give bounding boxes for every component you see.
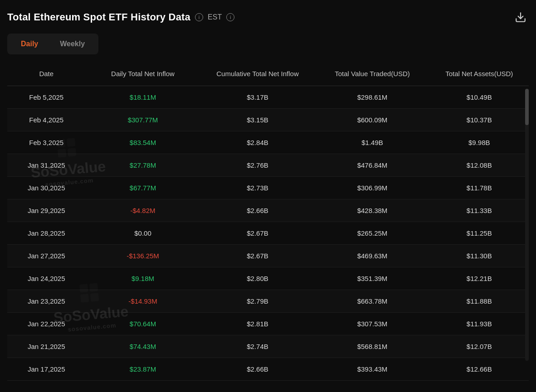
table-row: Jan 28,2025$0.00$2.67B$265.25M$11.25B <box>7 222 529 245</box>
cell-assets: $12.21B <box>430 267 529 290</box>
cell-date: Jan 30,2025 <box>7 177 86 199</box>
table-row: Feb 3,2025$83.54M$2.84B$1.49B$9.98B <box>7 131 529 154</box>
cell-assets: $10.37B <box>430 109 529 131</box>
cell-assets: $12.07B <box>430 335 529 358</box>
cell-date: Feb 5,2025 <box>7 86 86 109</box>
cell-daily-inflow: $27.78M <box>86 154 200 177</box>
cell-daily-inflow: -$136.25M <box>86 245 200 267</box>
table-row: Jan 24,2025$9.18M$2.80B$351.39M$12.21B <box>7 267 529 290</box>
cell-date: Jan 17,2025 <box>7 358 86 381</box>
main-container: Total Ethereum Spot ETF History Data i E… <box>0 0 536 390</box>
cell-traded: $568.81M <box>315 335 430 358</box>
col-header-daily: Daily Total Net Inflow <box>86 62 200 86</box>
cell-daily-inflow: $83.54M <box>86 131 200 154</box>
cell-date: Jan 29,2025 <box>7 199 86 222</box>
table-row: Jan 17,2025$23.87M$2.66B$393.43M$12.66B <box>7 358 529 381</box>
title-info-icon[interactable]: i <box>195 13 203 21</box>
cell-daily-inflow: $67.77M <box>86 177 200 199</box>
cell-date: Feb 4,2025 <box>7 109 86 131</box>
table-row: Jan 23,2025-$14.93M$2.79B$663.78M$11.88B <box>7 290 529 313</box>
table-body: Feb 5,2025$18.11M$3.17B$298.61M$10.49BFe… <box>7 86 529 381</box>
scrollbar[interactable] <box>525 89 529 361</box>
cell-traded: $307.53M <box>315 313 430 335</box>
cell-cumulative: $3.15B <box>200 109 315 131</box>
download-button[interactable] <box>512 9 529 25</box>
cell-daily-inflow: $74.43M <box>86 335 200 358</box>
cell-traded: $600.09M <box>315 109 430 131</box>
cell-daily-inflow: -$4.82M <box>86 199 200 222</box>
table-row: Jan 30,2025$67.77M$2.73B$306.99M$11.78B <box>7 177 529 199</box>
cell-traded: $393.43M <box>315 358 430 381</box>
col-header-cumulative: Cumulative Total Net Inflow <box>200 62 315 86</box>
header-row: Total Ethereum Spot ETF History Data i E… <box>7 9 529 25</box>
col-header-traded: Total Value Traded(USD) <box>315 62 430 86</box>
cell-daily-inflow: $0.00 <box>86 222 200 245</box>
cell-cumulative: $2.79B <box>200 290 315 313</box>
cell-cumulative: $2.84B <box>200 131 315 154</box>
page-title: Total Ethereum Spot ETF History Data <box>7 11 190 23</box>
cell-daily-inflow: $18.11M <box>86 86 200 109</box>
table-header: Date Daily Total Net Inflow Cumulative T… <box>7 62 529 86</box>
cell-traded: $469.63M <box>315 245 430 267</box>
cell-cumulative: $2.76B <box>200 154 315 177</box>
table-row: Jan 31,2025$27.78M$2.76B$476.84M$12.08B <box>7 154 529 177</box>
cell-date: Jan 23,2025 <box>7 290 86 313</box>
cell-cumulative: $2.67B <box>200 245 315 267</box>
cell-cumulative: $2.74B <box>200 335 315 358</box>
cell-assets: $11.78B <box>430 177 529 199</box>
cell-cumulative: $3.17B <box>200 86 315 109</box>
cell-cumulative: $2.73B <box>200 177 315 199</box>
cell-date: Jan 24,2025 <box>7 267 86 290</box>
cell-assets: $10.49B <box>430 86 529 109</box>
cell-date: Jan 31,2025 <box>7 154 86 177</box>
cell-date: Jan 22,2025 <box>7 313 86 335</box>
table-wrapper: SoSoValue sosovalue.com SoSoValue sosova… <box>7 62 529 381</box>
est-label: EST <box>208 13 222 21</box>
tab-daily[interactable]: Daily <box>11 36 48 52</box>
cell-cumulative: $2.66B <box>200 358 315 381</box>
cell-traded: $265.25M <box>315 222 430 245</box>
cell-traded: $298.61M <box>315 86 430 109</box>
cell-assets: $9.98B <box>430 131 529 154</box>
cell-date: Jan 21,2025 <box>7 335 86 358</box>
cell-assets: $11.30B <box>430 245 529 267</box>
cell-assets: $11.93B <box>430 313 529 335</box>
cell-daily-inflow: -$14.93M <box>86 290 200 313</box>
cell-traded: $476.84M <box>315 154 430 177</box>
cell-date: Feb 3,2025 <box>7 131 86 154</box>
cell-daily-inflow: $23.87M <box>86 358 200 381</box>
table-row: Jan 21,2025$74.43M$2.74B$568.81M$12.07B <box>7 335 529 358</box>
cell-daily-inflow: $70.64M <box>86 313 200 335</box>
cell-traded: $306.99M <box>315 177 430 199</box>
scrollbar-thumb[interactable] <box>525 89 529 125</box>
col-header-date: Date <box>7 62 86 86</box>
data-table: Date Daily Total Net Inflow Cumulative T… <box>7 62 529 381</box>
cell-traded: $351.39M <box>315 267 430 290</box>
table-row: Jan 27,2025-$136.25M$2.67B$469.63M$11.30… <box>7 245 529 267</box>
tabs-row: Daily Weekly <box>7 34 98 54</box>
cell-traded: $428.38M <box>315 199 430 222</box>
col-header-assets: Total Net Assets(USD) <box>430 62 529 86</box>
tab-weekly[interactable]: Weekly <box>50 36 95 52</box>
cell-daily-inflow: $307.77M <box>86 109 200 131</box>
cell-assets: $12.66B <box>430 358 529 381</box>
table-row: Jan 22,2025$70.64M$2.81B$307.53M$11.93B <box>7 313 529 335</box>
cell-cumulative: $2.67B <box>200 222 315 245</box>
cell-date: Jan 28,2025 <box>7 222 86 245</box>
cell-assets: $11.88B <box>430 290 529 313</box>
cell-cumulative: $2.81B <box>200 313 315 335</box>
cell-assets: $11.25B <box>430 222 529 245</box>
table-row: Feb 4,2025$307.77M$3.15B$600.09M$10.37B <box>7 109 529 131</box>
title-group: Total Ethereum Spot ETF History Data i E… <box>7 11 234 23</box>
cell-assets: $11.33B <box>430 199 529 222</box>
table-row: Feb 5,2025$18.11M$3.17B$298.61M$10.49B <box>7 86 529 109</box>
est-info-icon[interactable]: i <box>226 13 234 21</box>
cell-daily-inflow: $9.18M <box>86 267 200 290</box>
cell-date: Jan 27,2025 <box>7 245 86 267</box>
table-row: Jan 29,2025-$4.82M$2.66B$428.38M$11.33B <box>7 199 529 222</box>
cell-traded: $663.78M <box>315 290 430 313</box>
cell-cumulative: $2.80B <box>200 267 315 290</box>
cell-assets: $12.08B <box>430 154 529 177</box>
cell-cumulative: $2.66B <box>200 199 315 222</box>
cell-traded: $1.49B <box>315 131 430 154</box>
